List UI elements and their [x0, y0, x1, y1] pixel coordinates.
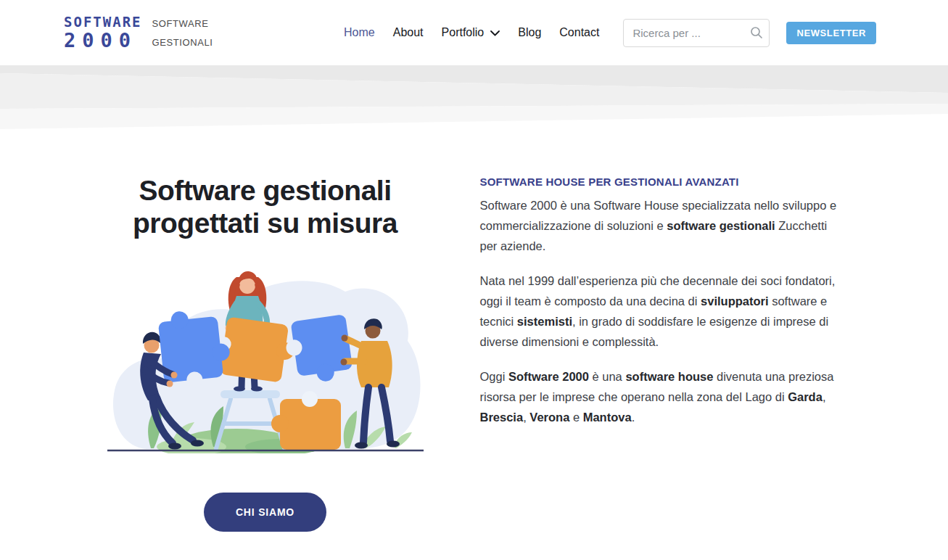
brand-logo[interactable]: SOFTWARE 2000 SOFTWARE GESTIONALI [64, 15, 213, 50]
nav-item-portfolio[interactable]: Portfolio [442, 26, 500, 39]
about-paragraph-3: Oggi Software 2000 è una software house … [480, 366, 843, 427]
about-heading: SOFTWARE HOUSE PER GESTIONALI AVANZATI [480, 176, 843, 188]
chevron-down-icon [490, 30, 500, 36]
page-title-line1: Software gestionali [139, 175, 391, 206]
main-nav: Home About Portfolio Blog Contact [344, 26, 599, 39]
header: SOFTWARE 2000 SOFTWARE GESTIONALI Home A… [0, 0, 948, 65]
teamwork-illustration-graphic [106, 268, 425, 453]
nav-item-contact[interactable]: Contact [559, 26, 599, 39]
newsletter-button[interactable]: NEWSLETTER [786, 22, 876, 44]
angled-band-graphic [0, 65, 948, 132]
nav-item-blog[interactable]: Blog [518, 26, 541, 39]
logo-text-software: SOFTWARE [64, 15, 142, 29]
hero-left-column: Software gestionali progettati su misura [106, 174, 425, 532]
nav-item-portfolio-label: Portfolio [442, 26, 485, 39]
logo-mark: SOFTWARE 2000 [64, 15, 142, 50]
nav-item-about[interactable]: About [393, 26, 424, 39]
about-column: SOFTWARE HOUSE PER GESTIONALI AVANZATI S… [480, 174, 843, 532]
teamwork-illustration [106, 268, 425, 453]
about-paragraph-1: Software 2000 è una Software House speci… [480, 195, 843, 256]
search-button[interactable] [750, 26, 763, 39]
page-title-line2: progettati su misura [133, 207, 397, 239]
search-icon [750, 26, 763, 39]
logo-text-2000: 2000 [64, 30, 142, 50]
search-input[interactable] [623, 19, 770, 47]
brand-tagline-line2: GESTIONALI [152, 37, 213, 48]
nav-item-home[interactable]: Home [344, 26, 375, 39]
about-paragraph-2: Nata nel 1999 dall’esperienza più che de… [480, 271, 843, 352]
brand-tagline-line1: SOFTWARE [152, 18, 213, 29]
chi-siamo-button[interactable]: CHI SIAMO [204, 493, 326, 532]
brand-tagline: SOFTWARE GESTIONALI [152, 18, 213, 48]
search-box [623, 19, 770, 47]
decorative-angled-band [0, 65, 948, 132]
hero-section: Software gestionali progettati su misura [106, 174, 843, 532]
page-title: Software gestionali progettati su misura [106, 174, 425, 239]
